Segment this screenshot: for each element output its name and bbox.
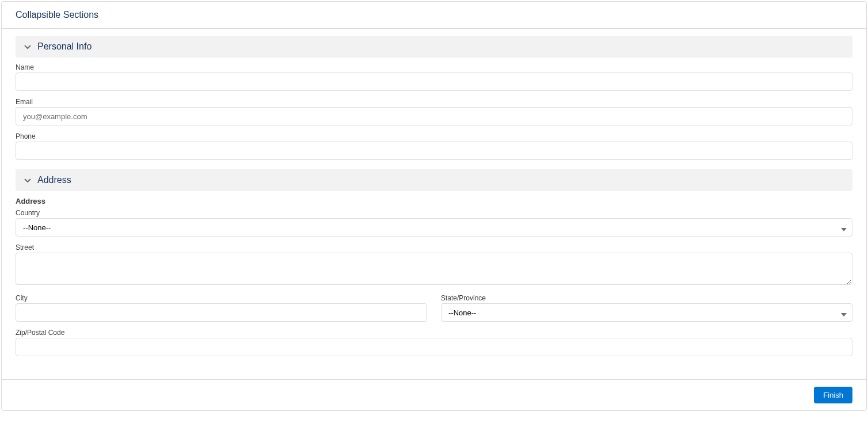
label-zip: Zip/Postal Code [16, 329, 852, 337]
state-select[interactable]: --None-- [441, 303, 852, 322]
form-group-state: State/Province --None-- [441, 294, 852, 322]
card-body: Personal Info Name Email Phone Addres [2, 29, 866, 379]
card-footer: Finish [2, 379, 866, 410]
form-group-email: Email [16, 98, 852, 125]
finish-button[interactable]: Finish [814, 387, 852, 403]
chevron-down-icon [24, 43, 32, 51]
label-city: City [16, 294, 427, 302]
city-input[interactable] [16, 303, 427, 322]
section-title-address: Address [37, 175, 71, 185]
section-header-address[interactable]: Address [16, 169, 852, 191]
section-personal-info: Personal Info Name Email Phone [16, 36, 852, 160]
form-group-street: Street [16, 243, 852, 287]
zip-input[interactable] [16, 338, 852, 356]
form-group-phone: Phone [16, 132, 852, 160]
section-title-personal-info: Personal Info [37, 41, 92, 52]
form-group-city: City [16, 294, 427, 322]
form-group-country: Country --None-- [16, 209, 852, 237]
row-city-state: City State/Province --None-- [16, 294, 852, 329]
country-select-wrapper: --None-- [16, 218, 852, 237]
label-name: Name [16, 63, 852, 71]
section-header-personal-info[interactable]: Personal Info [16, 36, 852, 58]
state-select-wrapper: --None-- [441, 303, 852, 322]
email-input[interactable] [16, 107, 852, 125]
street-input[interactable] [16, 253, 852, 285]
label-street: Street [16, 243, 852, 251]
country-select[interactable]: --None-- [16, 218, 852, 237]
name-input[interactable] [16, 73, 852, 91]
label-country: Country [16, 209, 852, 217]
form-group-zip: Zip/Postal Code [16, 329, 852, 356]
section-address: Address Address Country --None-- Street … [16, 169, 852, 356]
card-header: Collapsible Sections [2, 2, 866, 29]
card-title: Collapsible Sections [16, 10, 852, 20]
card-container: Collapsible Sections Personal Info Name … [1, 1, 867, 411]
phone-input[interactable] [16, 142, 852, 160]
form-group-name: Name [16, 63, 852, 91]
label-email: Email [16, 98, 852, 106]
label-state: State/Province [441, 294, 852, 302]
chevron-down-icon [24, 176, 32, 184]
address-group-label: Address [16, 197, 852, 205]
label-phone: Phone [16, 132, 852, 140]
